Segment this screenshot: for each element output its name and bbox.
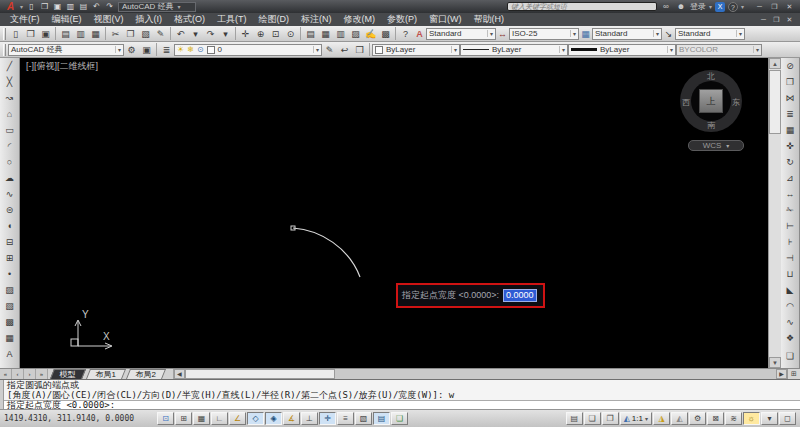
move-icon[interactable]: ✜ <box>782 138 798 154</box>
region-icon[interactable]: ▩ <box>2 314 18 330</box>
new-file-icon[interactable]: ▯ <box>8 27 23 41</box>
undo-dropdown-arrow[interactable]: ▾ <box>188 27 203 41</box>
array-icon[interactable]: ▦ <box>782 122 798 138</box>
send-to-back-icon[interactable]: ❐ <box>782 364 798 368</box>
separator[interactable] <box>395 27 396 40</box>
horizontal-scroll-thumb[interactable] <box>185 369 335 379</box>
user-icon[interactable]: ☻ <box>675 2 687 11</box>
menu-help[interactable]: 帮助(H) <box>468 13 511 26</box>
menu-tools[interactable]: 工具(T) <box>211 13 253 26</box>
line-icon[interactable]: ╱ <box>2 58 18 74</box>
viewcube-west[interactable]: 西 <box>681 97 691 108</box>
paste-icon[interactable]: ▧ <box>138 27 153 41</box>
zoom-window-icon[interactable]: ⊡ <box>268 27 283 41</box>
layer-lock-icon[interactable]: ⊙ <box>197 45 204 54</box>
menu-insert[interactable]: 插入(I) <box>130 13 169 26</box>
separator[interactable] <box>300 27 301 40</box>
tab-layout2[interactable]: 布局2 <box>126 369 166 379</box>
insert-block-icon[interactable]: ⊟ <box>2 234 18 250</box>
redo-icon[interactable]: ↷ <box>203 27 218 41</box>
autocad-logo-icon[interactable]: A <box>3 1 18 12</box>
menu-dimension[interactable]: 标注(N) <box>295 13 338 26</box>
publish-icon[interactable]: ▦ <box>88 27 103 41</box>
search-input[interactable] <box>507 2 657 11</box>
next-tab-button[interactable]: › <box>24 369 36 379</box>
viewport-controls-label[interactable]: [-][俯视][二维线框] <box>26 60 98 73</box>
color-combo[interactable]: ByLayer ▾ <box>372 44 460 56</box>
pan-icon[interactable]: ✛ <box>238 27 253 41</box>
join-icon[interactable]: ⊔ <box>782 266 798 282</box>
transparency-toggle[interactable]: ▧ <box>355 412 372 425</box>
separator[interactable] <box>55 27 56 40</box>
dynamic-input-field[interactable]: 0.0000 <box>503 289 537 302</box>
quick-properties-toggle[interactable]: ▤ <box>373 412 390 425</box>
doc-restore-button[interactable]: ❐ <box>770 16 783 24</box>
gradient-icon[interactable]: ▧ <box>2 298 18 314</box>
lineweight-toggle[interactable]: ≡ <box>337 412 354 425</box>
save-workspace-icon[interactable]: ▣ <box>139 43 154 57</box>
separator[interactable] <box>235 27 236 40</box>
help-icon[interactable]: ? <box>728 2 738 12</box>
horizontal-scrollbar[interactable]: ◀ ▶ <box>173 369 787 379</box>
save-icon[interactable]: ▣ <box>38 27 53 41</box>
lock-ui-button[interactable]: ⊠ <box>707 412 724 425</box>
coordinate-readout[interactable]: 1419.4310, 311.9140, 0.0000 <box>4 414 156 423</box>
separator[interactable] <box>105 27 106 40</box>
command-input-line[interactable]: 指定起点宽度 <0.0000>: <box>4 400 800 409</box>
copy-icon[interactable]: ❐ <box>782 74 798 90</box>
menu-file[interactable]: 文件(F) <box>4 13 46 26</box>
sheet-set-manager-icon[interactable]: ▨ <box>348 27 363 41</box>
scrollbar-corner-button[interactable]: ⊞ <box>787 369 800 379</box>
infer-constraints-toggle[interactable]: ⊡ <box>157 412 174 425</box>
tool-palettes-icon[interactable]: ▥ <box>333 27 348 41</box>
snap-toggle[interactable]: ⊞ <box>175 412 192 425</box>
viewcube-south[interactable]: 南 <box>706 120 716 131</box>
table-style-combo[interactable]: Standard ▾ <box>592 28 662 40</box>
zoom-realtime-icon[interactable]: ⊕ <box>253 27 268 41</box>
scroll-left-button[interactable]: ◀ <box>174 369 185 379</box>
exchange-apps-icon[interactable]: X <box>715 2 725 12</box>
vertical-scrollbar[interactable]: ▲ ▼ <box>768 58 781 368</box>
minimize-button[interactable]: ─ <box>752 1 767 12</box>
help-icon[interactable]: ? <box>398 27 413 41</box>
plot-preview-icon[interactable]: ▥ <box>73 27 88 41</box>
menu-edit[interactable]: 编辑(E) <box>46 13 88 26</box>
scroll-down-button[interactable]: ▼ <box>769 357 781 368</box>
rotate-icon[interactable]: ↻ <box>782 154 798 170</box>
designcenter-icon[interactable]: ▦ <box>318 27 333 41</box>
blend-curves-icon[interactable]: ∿ <box>782 314 798 330</box>
close-button[interactable]: ✕ <box>782 1 797 12</box>
zoom-previous-icon[interactable]: ⊙ <box>283 27 298 41</box>
plot-icon[interactable]: ▤ <box>77 1 90 12</box>
menu-parametric[interactable]: 参数(P) <box>381 13 423 26</box>
search-icon[interactable]: ∞ <box>660 2 672 11</box>
ellipse-icon[interactable]: ⊜ <box>2 202 18 218</box>
polyline-icon[interactable]: ↝ <box>2 90 18 106</box>
menu-window[interactable]: 窗口(W) <box>423 13 468 26</box>
drawing-canvas[interactable]: [-][俯视][二维线框] Y X 北 <box>20 58 768 368</box>
viewcube-top-face[interactable]: 上 <box>699 89 723 113</box>
extend-icon[interactable]: ⊢ <box>782 218 798 234</box>
scroll-up-button[interactable]: ▲ <box>769 58 781 69</box>
mleader-style-combo[interactable]: Standard ▾ <box>675 28 745 40</box>
plot-icon[interactable]: ▤ <box>58 27 73 41</box>
chamfer-icon[interactable]: ◣ <box>782 282 798 298</box>
linetype-combo[interactable]: ByLayer ▾ <box>460 44 568 56</box>
open-folder-icon[interactable]: ❒ <box>23 27 38 41</box>
point-icon[interactable]: • <box>2 266 18 282</box>
explode-icon[interactable]: ❖ <box>782 330 798 346</box>
dynamic-ucs-toggle[interactable]: ⊥ <box>301 412 318 425</box>
trim-icon[interactable]: ✁ <box>782 202 798 218</box>
auto-annotation-scale-button[interactable]: ◭ <box>671 412 688 425</box>
toolbar-grip[interactable] <box>3 44 6 56</box>
isolate-objects-bulb-button[interactable]: ☼ <box>743 412 760 425</box>
scale-icon[interactable]: ⊿ <box>782 170 798 186</box>
signin-arrow-icon[interactable]: ▾ <box>709 3 712 10</box>
new-file-icon[interactable]: ▯ <box>25 1 38 12</box>
wcs-menu[interactable]: WCS ▾ <box>688 140 744 151</box>
lineweight-combo[interactable]: ByLayer ▾ <box>568 44 676 56</box>
mirror-icon[interactable]: ⋈ <box>782 90 798 106</box>
restore-button[interactable]: ❐ <box>767 1 782 12</box>
scroll-right-button[interactable]: ▶ <box>776 369 787 379</box>
menu-format[interactable]: 格式(O) <box>168 13 211 26</box>
